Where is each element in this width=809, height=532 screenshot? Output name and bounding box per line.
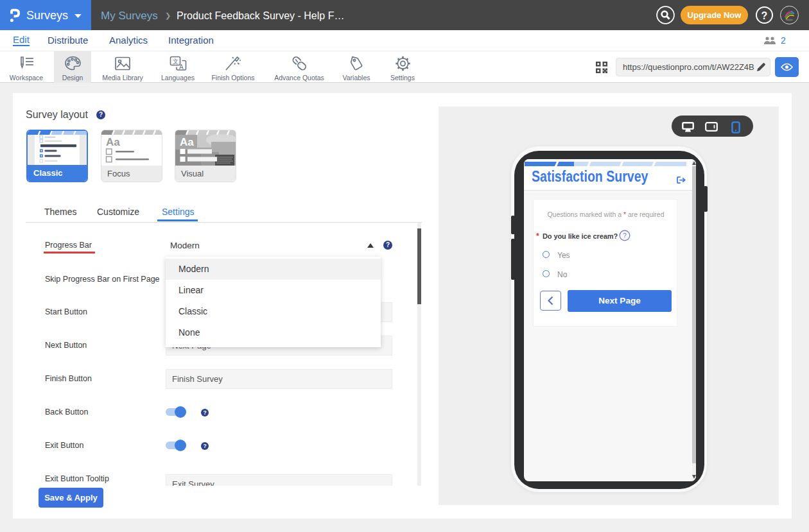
svg-text:A: A	[179, 64, 184, 71]
svg-text:文: 文	[172, 58, 178, 65]
svg-text:Aa: Aa	[180, 136, 194, 148]
svg-text:?: ?	[623, 232, 627, 239]
svg-text:Aa: Aa	[106, 136, 120, 148]
svg-text:?: ?	[761, 10, 768, 21]
